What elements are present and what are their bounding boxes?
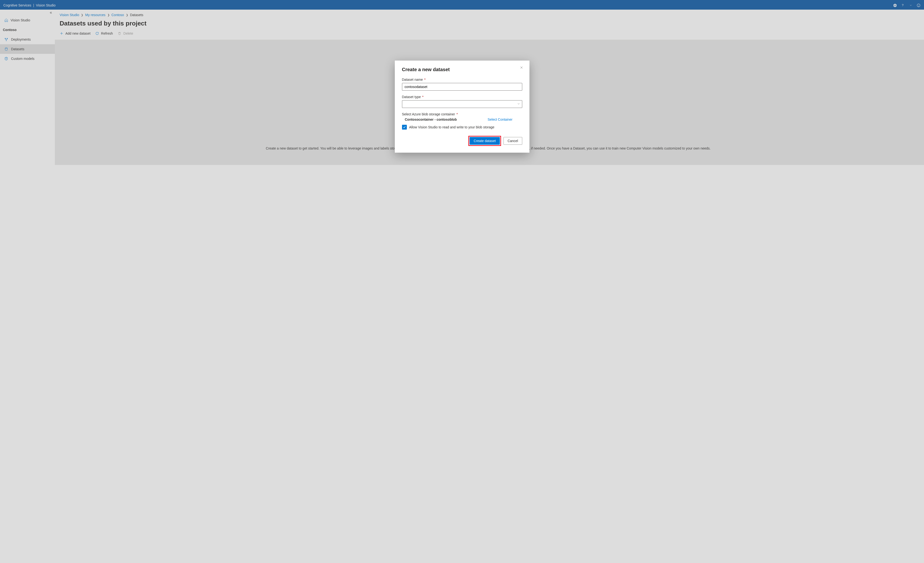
- settings-icon[interactable]: [893, 3, 897, 7]
- sidebar-home[interactable]: Vision Studio: [0, 14, 55, 25]
- select-container-link[interactable]: Select Container: [488, 118, 522, 121]
- dialog-title: Create a new dataset: [402, 67, 522, 72]
- home-icon: [4, 18, 8, 22]
- breadcrumb-item[interactable]: Vision Studio: [60, 13, 79, 17]
- brand-left: Cognitive Services: [3, 3, 31, 7]
- allow-blob-checkbox[interactable]: [402, 125, 407, 130]
- svg-text:?: ?: [902, 4, 904, 7]
- required-marker: *: [423, 78, 426, 81]
- datasets-icon: [4, 47, 8, 51]
- refresh-icon: [95, 31, 99, 35]
- svg-point-7: [5, 48, 7, 49]
- field-dataset-name: Dataset name *: [402, 78, 522, 91]
- sidebar-home-label: Vision Studio: [10, 18, 30, 22]
- svg-rect-4: [5, 38, 6, 39]
- chevron-right-icon: ❯: [81, 13, 83, 16]
- toolbar-label: Add new dataset: [65, 31, 90, 35]
- sidebar-item-label: Deployments: [11, 37, 31, 41]
- sidebar-item-datasets[interactable]: Datasets: [0, 44, 55, 54]
- dataset-type-label: Dataset type *: [402, 95, 522, 99]
- sidebar-item-label: Datasets: [11, 47, 24, 51]
- toolbar-label: Delete: [123, 31, 133, 35]
- allow-blob-checkbox-label: Allow Vision Studio to read and write to…: [409, 125, 495, 129]
- models-icon: [4, 57, 8, 61]
- cancel-button[interactable]: Cancel: [504, 137, 522, 145]
- dataset-name-label: Dataset name *: [402, 78, 522, 81]
- dialog-actions: Create dataset Cancel: [402, 136, 522, 146]
- refresh-button[interactable]: Refresh: [95, 30, 113, 36]
- page-title: Datasets used by this project: [55, 18, 924, 30]
- create-dataset-button[interactable]: Create dataset: [470, 137, 500, 145]
- breadcrumb: Vision Studio ❯ My resources ❯ Contoso ❯…: [55, 10, 924, 18]
- brand-separator: |: [33, 3, 34, 7]
- breadcrumb-item[interactable]: My resources: [85, 13, 105, 17]
- deployments-icon: [4, 37, 8, 41]
- brand: Cognitive Services | Vision Studio: [3, 3, 56, 7]
- sidebar-collapse[interactable]: [0, 10, 55, 14]
- toolbar: Add new dataset Refresh Delete: [55, 30, 924, 40]
- sidebar-item-label: Custom models: [11, 57, 34, 61]
- create-dataset-dialog: Create a new dataset Dataset name * Data…: [395, 61, 530, 153]
- field-dataset-type: Dataset type *: [402, 95, 522, 108]
- brand-right: Vision Studio: [36, 3, 56, 7]
- trash-icon: [118, 31, 122, 35]
- add-dataset-button[interactable]: Add new dataset: [60, 30, 90, 36]
- chevron-right-icon: ❯: [108, 13, 110, 16]
- breadcrumb-item-current: Datasets: [130, 13, 143, 17]
- sidebar-project-name: Contoso: [0, 25, 55, 34]
- header-actions: ?: [893, 3, 921, 7]
- sidebar-item-deployments[interactable]: Deployments: [0, 34, 55, 44]
- sidebar-item-custom-models[interactable]: Custom models: [0, 54, 55, 63]
- svg-rect-5: [7, 38, 8, 39]
- svg-point-6: [6, 40, 7, 41]
- feedback-icon[interactable]: [916, 3, 921, 7]
- close-icon[interactable]: [520, 66, 524, 70]
- tutorial-highlight: Create dataset: [468, 136, 501, 146]
- sidebar: Vision Studio Contoso Deployments Datase…: [0, 10, 55, 563]
- selected-container-value: Contosocontainer - contosoblob: [402, 118, 457, 121]
- allow-blob-checkbox-row: Allow Vision Studio to read and write to…: [402, 125, 522, 130]
- chevron-down-icon[interactable]: [909, 4, 912, 7]
- container-label: Select Azure blob storage container *: [402, 112, 522, 116]
- toolbar-label: Refresh: [101, 31, 113, 35]
- help-icon[interactable]: ?: [902, 3, 905, 7]
- dataset-type-dropdown[interactable]: [402, 100, 522, 108]
- dataset-name-input[interactable]: [402, 83, 522, 91]
- field-container: Select Azure blob storage container * Co…: [402, 112, 522, 121]
- breadcrumb-item[interactable]: Contoso: [112, 13, 124, 17]
- required-marker: *: [421, 95, 423, 99]
- required-marker: *: [456, 112, 458, 116]
- svg-point-1: [917, 4, 920, 7]
- app-header: Cognitive Services | Vision Studio ?: [0, 1, 924, 10]
- delete-button: Delete: [118, 30, 133, 36]
- chevron-right-icon: ❯: [126, 13, 128, 16]
- plus-icon: [60, 31, 63, 35]
